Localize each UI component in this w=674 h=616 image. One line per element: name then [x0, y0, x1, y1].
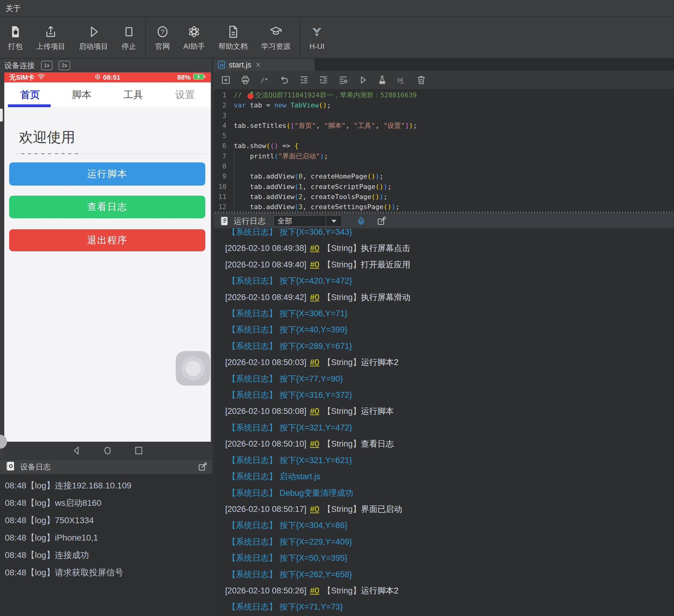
run-log-entry: 【系统日志】按下{X=316,Y=372} — [225, 387, 674, 403]
run-log-entry: 【系统日志】按下{X=77,Y=90} — [225, 371, 674, 387]
code-line: 5 — [214, 131, 674, 141]
js-file-icon: JS — [218, 61, 225, 69]
outdent-icon[interactable] — [297, 73, 311, 87]
run-icon[interactable] — [356, 73, 369, 87]
toolbar-upload-project[interactable]: 上传项目 — [29, 18, 72, 58]
code-line: 10 tab.addView(1, createScriptPage()); — [214, 182, 674, 192]
code-line-text: tab.addView(1, createScriptPage()); — [234, 182, 392, 192]
phone-tab[interactable]: 脚本 — [56, 83, 108, 107]
toolbar-ai-assistant[interactable]: AI助手 — [177, 18, 212, 58]
phone-button[interactable]: 查看日志 — [9, 196, 205, 218]
variables-icon[interactable]: [x] — [395, 73, 409, 87]
upload-icon — [44, 25, 58, 39]
toolbar-learning-resources[interactable]: 学习资源 — [254, 18, 297, 58]
package-apple-icon — [8, 25, 22, 39]
indent-icon[interactable] — [317, 73, 330, 87]
log-entry-id-link[interactable]: #0 — [310, 586, 319, 595]
phone-tab[interactable]: 工具 — [108, 83, 159, 107]
clear-log-brush-icon[interactable] — [356, 215, 366, 227]
nav-back-icon[interactable] — [70, 444, 83, 457]
phone-button[interactable]: 退出程序 — [9, 229, 205, 251]
phone-tab[interactable]: 首页 — [4, 83, 56, 107]
menu-item-about[interactable]: 关于 — [5, 3, 21, 13]
phone-tab[interactable]: 设置 — [159, 83, 211, 107]
run-log-entry: [2026-02-10 08:50:17]#0【String】界面已启动 — [225, 501, 674, 517]
run-log-list[interactable]: 【系统日志】按下{X=306,Y=343}[2026-02-10 08:49:3… — [214, 228, 674, 616]
code-line-text: tab.setTitles(["首页", "脚本", "工具", "设置"]); — [234, 121, 417, 131]
toolbar-help-docs[interactable]: 帮助文档 — [212, 18, 254, 58]
new-file-icon[interactable] — [219, 73, 232, 87]
line-number: 12 — [214, 202, 226, 212]
device-log-entry: 08:48【log】连接192.168.10.109 — [5, 477, 212, 494]
log-entry-id-link[interactable]: #0 — [310, 407, 319, 416]
device-log-header: 设备日志 — [0, 459, 212, 474]
code-line: 8 — [214, 161, 674, 171]
toolbar-package[interactable]: 打包 — [1, 18, 29, 58]
device-log-entry: 08:48【log】请求获取投屏信号 — [5, 564, 212, 581]
toolbar-stop[interactable]: 停止 — [115, 18, 143, 58]
phone-screen-mirror[interactable]: 无SIM卡 08:51 88% 首页脚本工具设置 欢迎使用 运行脚本查看日志退出… — [4, 72, 211, 459]
run-log-entry: [2026-02-10 08:50:08]#0【String】运行脚本 — [225, 403, 674, 420]
carrier-label: 无SIM卡 — [9, 73, 34, 82]
phone-nav-bar — [4, 442, 211, 459]
run-log-entry: 【系统日志】按下{X=420,Y=472} — [225, 273, 674, 289]
scale-2x-button[interactable]: 2x — [59, 61, 70, 70]
editor-toolbar: /*[x] — [214, 71, 674, 89]
format-code-icon[interactable] — [336, 73, 350, 87]
device-log-export-icon[interactable] — [198, 462, 208, 472]
test-flask-icon[interactable] — [375, 73, 389, 87]
close-icon[interactable] — [255, 62, 261, 68]
editor-tab-startjs[interactable]: JS start.js — [214, 58, 315, 71]
device-panel: 设备连接 1x 2x 无SIM卡 08:51 88% 首页脚本工具设置 欢迎使用… — [0, 58, 213, 616]
device-connect-bar: 设备连接 1x 2x — [0, 58, 212, 72]
code-line-text: // 🍎交流QQ群711841924群一，苹果内测群：528816639 — [234, 90, 417, 100]
toolbar-item-label: 上传项目 — [36, 41, 66, 51]
code-editor[interactable]: 1// 🍎交流QQ群711841924群一，苹果内测群：5288166392va… — [214, 89, 674, 211]
splitter-handle[interactable] — [214, 211, 674, 214]
svg-text:?: ? — [161, 28, 164, 36]
nav-home-icon[interactable] — [101, 444, 114, 457]
phone-button[interactable]: 运行脚本 — [9, 162, 205, 186]
assistive-touch-button[interactable] — [176, 351, 210, 386]
menu-bar: 关于 — [0, 0, 674, 17]
run-log-entry: [2026-02-10 08:50:10]#0【String】查看日志 — [225, 436, 674, 452]
device-log-entry: 08:48【log】ws启动8160 — [5, 494, 212, 511]
code-line-text: tab.show(() => { — [234, 141, 299, 151]
log-entry-id-link[interactable]: #0 — [310, 260, 319, 269]
scale-1x-button[interactable]: 1x — [41, 61, 52, 70]
log-entry-id-link[interactable]: #0 — [310, 504, 319, 514]
log-entry-id-link[interactable]: #0 — [310, 244, 319, 253]
comment-icon[interactable]: /* — [258, 73, 271, 87]
toolbar-official-site[interactable]: ?官网 — [148, 18, 177, 58]
code-line: 12 tab.addView(3, createSettingsPage()); — [214, 202, 674, 212]
editor-tab-filename: start.js — [229, 60, 251, 69]
toolbar-item-label: 学习资源 — [261, 41, 291, 51]
svg-text:[x]: [x] — [398, 77, 403, 83]
undo-icon[interactable] — [278, 73, 291, 87]
run-log-entry: 【系统日志】按下{X=304,Y=86} — [225, 517, 674, 533]
run-log-entry: 【系统日志】按下{X=40,Y=399} — [225, 322, 674, 338]
main-toolbar: 打包上传项目启动项目停止?官网AI助手帮助文档学习资源H-UI — [0, 18, 674, 58]
run-log-entry: [2026-02-10 08:49:42]#0【String】执行屏幕滑动 — [225, 289, 674, 306]
run-log-entry: [2026-02-10 08:49:38]#0【String】执行屏幕点击 — [225, 240, 674, 257]
chevron-down-icon[interactable] — [326, 216, 342, 226]
run-log-icon — [219, 215, 229, 227]
panel-drag-handle[interactable] — [0, 109, 3, 122]
log-entry-id-link[interactable]: #0 — [310, 358, 319, 367]
run-log-entry: 【系统日志】按下{X=306,Y=71} — [225, 306, 674, 322]
toolbar-h-ui[interactable]: H-UI — [303, 18, 331, 58]
clear-trash-icon[interactable] — [415, 73, 428, 87]
toolbar-start-project[interactable]: 启动项目 — [72, 18, 115, 58]
toolbar-item-label: 官网 — [155, 41, 170, 51]
log-entry-id-link[interactable]: #0 — [310, 293, 319, 302]
print-icon[interactable] — [239, 73, 252, 87]
run-log-export-icon[interactable] — [377, 216, 386, 226]
log-filter-dropdown[interactable]: 全部 — [273, 215, 342, 226]
wifi-icon — [37, 73, 45, 82]
log-entry-id-link[interactable]: #0 — [310, 439, 319, 448]
device-connect-title: 设备连接 — [4, 60, 35, 70]
nav-recents-icon[interactable] — [133, 444, 145, 457]
device-log-list[interactable]: 08:48【log】连接192.168.10.10908:48【log】ws启动… — [0, 474, 212, 616]
phone-tab-bar: 首页脚本工具设置 — [4, 83, 211, 107]
question-circle-icon: ? — [155, 25, 170, 39]
